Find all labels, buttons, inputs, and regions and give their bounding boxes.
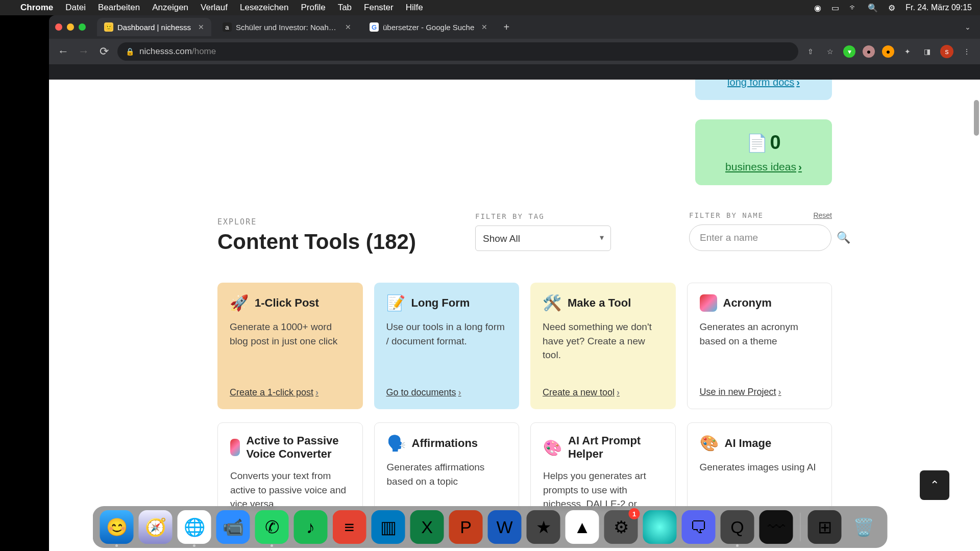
filter-by-tag: FILTER BY TAG Show All — [475, 212, 611, 251]
page-viewport: long form docs› 📄0 business ideas› EXPLO… — [49, 80, 980, 551]
menu-fenster[interactable]: Fenster — [364, 3, 394, 13]
tool-desc: Need something we don't have yet? Create… — [543, 320, 664, 378]
dock-app-drive[interactable]: ▲ — [566, 510, 599, 544]
dock-app-finder[interactable]: 😊 — [100, 510, 134, 544]
tool-cta-link[interactable]: Go to documents› — [386, 387, 507, 398]
battery-icon[interactable]: ▭ — [831, 3, 839, 13]
address-bar[interactable]: 🔒 nichesss.com/home — [117, 42, 798, 61]
dock-app-word[interactable]: W — [488, 510, 522, 544]
extension-dot-icon[interactable]: ● — [863, 45, 875, 58]
dock-app-voice[interactable]: 〰 — [760, 510, 793, 544]
business-ideas-link[interactable]: business ideas› — [725, 161, 802, 173]
dock-app-powerpoint[interactable]: P — [449, 510, 483, 544]
menu-lesezeichen[interactable]: Lesezeichen — [240, 3, 288, 13]
dock-app-todoist[interactable]: ≡ — [333, 510, 366, 544]
close-tab-icon[interactable]: ✕ — [481, 23, 487, 31]
menu-tab[interactable]: Tab — [338, 3, 352, 13]
macos-menubar: Chrome Datei Bearbeiten Anzeigen Verlauf… — [0, 0, 980, 15]
swatch-icon — [700, 294, 717, 312]
rocket-icon: 🚀 — [230, 294, 249, 312]
scroll-to-top-button[interactable]: ⌃ — [920, 470, 949, 500]
control-center-icon[interactable]: ⚙ — [888, 3, 895, 13]
dock-app-quicktime[interactable]: Q — [721, 510, 754, 544]
card-business-ideas[interactable]: 📄0 business ideas› — [695, 119, 832, 185]
tab-google[interactable]: G übersetzer - Google Suche ✕ — [362, 18, 495, 36]
filter-tag-select[interactable]: Show All — [475, 226, 611, 251]
chrome-window: 🙂 Dashboard | nichesss ✕ a Schüler und I… — [49, 15, 980, 551]
memo-icon: 📝 — [386, 294, 405, 312]
dock-app-trash[interactable]: 🗑️ — [847, 510, 880, 544]
dock-app-whatsapp[interactable]: ✆ — [255, 510, 289, 544]
extension-shield-icon[interactable]: ▾ — [843, 45, 855, 58]
tool-title: Active to Passive Voice Converter — [246, 434, 350, 461]
dock-app-zoom[interactable]: 📹 — [216, 510, 250, 544]
tool-title: 1-Click Post — [255, 296, 319, 310]
chrome-menu-icon[interactable]: ⋮ — [961, 45, 973, 58]
close-tab-icon[interactable]: ✕ — [345, 23, 351, 31]
new-tab-button[interactable]: + — [499, 19, 514, 35]
tab-dropdown-icon[interactable]: ⌄ — [965, 23, 971, 31]
reload-button[interactable]: ⟳ — [97, 45, 111, 58]
forward-button[interactable]: → — [77, 45, 91, 58]
screenrecord-icon[interactable]: ◉ — [814, 3, 821, 13]
dock-app-imovie[interactable]: ★ — [527, 510, 560, 544]
tool-desc: Generate a 1000+ word blog post in just … — [230, 320, 351, 378]
wifi-icon[interactable]: ᯤ — [849, 3, 857, 12]
dock-app-excel[interactable]: X — [410, 510, 444, 544]
menu-profile[interactable]: Profile — [301, 3, 325, 13]
scrollbar-thumb[interactable] — [974, 100, 979, 136]
swatch-icon — [230, 439, 240, 456]
profile-avatar[interactable]: s — [940, 45, 953, 58]
extension-orange-icon[interactable]: ● — [882, 45, 894, 58]
close-window-button[interactable] — [55, 23, 62, 31]
dock-app-siri[interactable] — [643, 510, 677, 544]
dock-app-launchpad[interactable]: ⊞ — [808, 510, 842, 544]
extensions-puzzle-icon[interactable]: ✦ — [901, 45, 914, 58]
menubar-app-name[interactable]: Chrome — [20, 3, 53, 13]
maximize-window-button[interactable] — [79, 23, 86, 31]
tool-desc: Use our tools in a long form / document … — [386, 320, 507, 378]
share-icon[interactable]: ⇧ — [804, 45, 817, 58]
tool-title: Acronym — [723, 296, 772, 310]
palette-icon: 🎨 — [543, 439, 562, 457]
menu-hilfe[interactable]: Hilfe — [406, 3, 423, 13]
dock-app-settings[interactable]: ⚙1 — [604, 510, 638, 544]
favicon-icon: a — [223, 22, 232, 32]
dock-app-safari[interactable]: 🧭 — [139, 510, 173, 544]
dock-app-spotify[interactable]: ♪ — [294, 510, 328, 544]
close-tab-icon[interactable]: ✕ — [198, 23, 204, 31]
tab-dashboard[interactable]: 🙂 Dashboard | nichesss ✕ — [97, 18, 211, 36]
tab-amazon[interactable]: a Schüler und Investor: Noah au ✕ — [215, 18, 358, 36]
tab-title: Schüler und Investor: Noah au — [236, 23, 338, 32]
menu-datei[interactable]: Datei — [65, 3, 86, 13]
card-long-form-docs[interactable]: long form docs› — [695, 80, 832, 100]
tool-cta-link[interactable]: Create a 1-click post› — [230, 387, 351, 398]
back-button[interactable]: ← — [56, 45, 70, 58]
tool-acronym[interactable]: Acronym Generates an acronym based on a … — [687, 283, 832, 409]
bookmark-icon[interactable]: ☆ — [824, 45, 836, 58]
tool-title: AI Art Prompt Helper — [568, 434, 663, 461]
tool-cta-link[interactable]: Create a new tool› — [543, 387, 664, 398]
long-form-docs-link[interactable]: long form docs› — [727, 80, 800, 88]
menubar-clock[interactable]: Fr. 24. März 09:15 — [905, 3, 972, 12]
menu-verlauf[interactable]: Verlauf — [201, 3, 228, 13]
filter-name-input[interactable] — [689, 224, 831, 251]
side-panel-icon[interactable]: ◨ — [921, 45, 933, 58]
minimize-window-button[interactable] — [67, 23, 74, 31]
dock-app-discord[interactable]: 🗨 — [682, 510, 716, 544]
tool-make-a-tool[interactable]: 🛠️Make a Tool Need something we don't ha… — [530, 283, 676, 409]
tool-1-click-post[interactable]: 🚀1-Click Post Generate a 1000+ word blog… — [217, 283, 363, 409]
tool-long-form[interactable]: 📝Long Form Use our tools in a long form … — [374, 283, 520, 409]
menu-anzeigen[interactable]: Anzeigen — [152, 3, 188, 13]
reset-filter-link[interactable]: Reset — [813, 211, 832, 219]
filter-name-label: FILTER BY NAME — [689, 211, 764, 219]
dock-app-trello[interactable]: ▥ — [372, 510, 405, 544]
spotlight-icon[interactable]: 🔍 — [868, 3, 878, 13]
menu-bearbeiten[interactable]: Bearbeiten — [98, 3, 140, 13]
toolbar-right: ⇧ ☆ ▾ ● ● ✦ ◨ s ⋮ — [804, 45, 973, 58]
tool-cta-link[interactable]: Use in new Project› — [700, 387, 820, 397]
macos-dock: 😊🧭🌐📹✆♪≡▥XPW★▲⚙1🗨Q〰⊞🗑️ — [93, 506, 888, 548]
search-icon[interactable]: 🔍 — [837, 231, 850, 244]
ideas-count: 📄0 — [705, 132, 822, 154]
dock-app-chrome[interactable]: 🌐 — [178, 510, 211, 544]
